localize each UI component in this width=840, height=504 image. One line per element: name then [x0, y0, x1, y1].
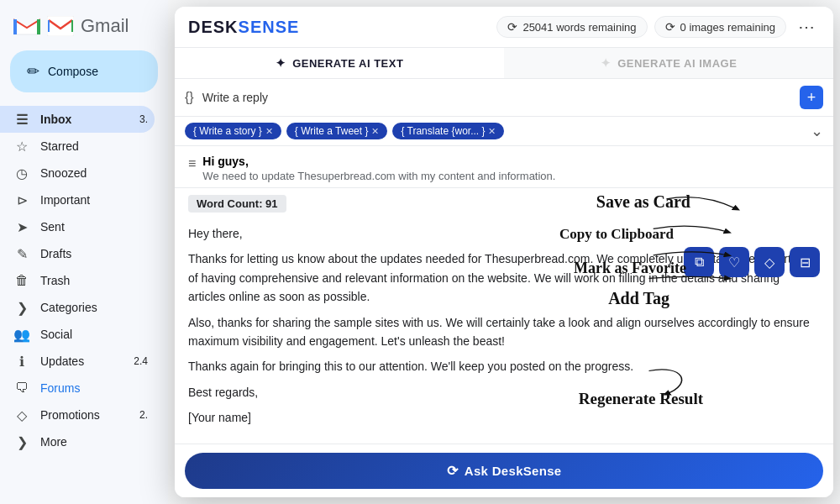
- images-icon: ⟳: [665, 20, 675, 34]
- snoozed-label: Snoozed: [40, 166, 87, 180]
- gen-p4: Thanks again for bringing this to our at…: [188, 357, 820, 375]
- compose-button[interactable]: ✏ Compose: [10, 50, 158, 92]
- sidebar-item-categories[interactable]: ❯ Categories: [0, 294, 155, 321]
- tag-translate-label: { Translate {wor... }: [401, 125, 485, 137]
- generate-image-label: GENERATE AI IMAGE: [617, 57, 737, 70]
- tag-tweet-label: { Write a Tweet }: [295, 125, 369, 137]
- words-icon: ⟳: [507, 20, 517, 34]
- promotions-icon: ◇: [13, 407, 30, 423]
- compose-icon: ✏: [27, 62, 39, 81]
- ask-desksense-button[interactable]: ⟳ Ask DeskSense: [185, 453, 823, 489]
- more-label: More: [40, 435, 67, 449]
- email-preview-header: ≡ Hi guys, We need to update Thesuperbre…: [175, 146, 833, 188]
- social-label: Social: [40, 328, 72, 341]
- word-count-container: Word Count: 91: [175, 188, 833, 219]
- forums-label: Forums: [40, 381, 80, 395]
- hamburger-icon: ≡: [188, 156, 196, 171]
- sent-icon: ➤: [13, 219, 30, 235]
- sidebar-item-important[interactable]: ⊳ Important: [0, 186, 155, 213]
- sidebar-item-social[interactable]: 👥 Social: [0, 321, 155, 348]
- inbox-badge: 3.: [139, 113, 148, 125]
- drafts-label: Drafts: [40, 247, 71, 260]
- sidebar-item-forums[interactable]: 🗨 Forums: [0, 375, 155, 402]
- tag-story-remove[interactable]: ✕: [265, 126, 273, 137]
- ask-icon: ⟳: [447, 463, 458, 479]
- gmail-m-icon: [47, 16, 74, 36]
- promotions-badge: 2.: [139, 409, 148, 421]
- add-prompt-button[interactable]: +: [800, 86, 823, 109]
- modal-header: DESKSENSE ⟳ 25041 words remaining ⟳ 0 im…: [175, 7, 833, 48]
- inbox-label: Inbox: [40, 113, 71, 126]
- gmail-logo: Gmail: [0, 8, 168, 50]
- brand-desk: DESK: [188, 18, 239, 36]
- save-card-button[interactable]: ⊟: [790, 247, 820, 277]
- tag-tweet[interactable]: { Write a Tweet } ✕: [286, 123, 388, 139]
- sent-label: Sent: [40, 220, 65, 234]
- updates-badge: 2.4: [134, 355, 148, 367]
- tab-row: ✦ GENERATE AI TEXT ✦ GENERATE AI IMAGE: [175, 48, 833, 79]
- sidebar-item-promotions[interactable]: ◇ Promotions 2.: [0, 402, 155, 428]
- tag-story[interactable]: { Write a story } ✕: [185, 123, 281, 139]
- gen-p3: Also, thanks for sharing the sample site…: [188, 313, 820, 351]
- forums-icon: 🗨: [13, 381, 30, 396]
- trash-label: Trash: [40, 274, 70, 287]
- drafts-icon: ✎: [13, 246, 30, 262]
- trash-icon: 🗑: [13, 273, 30, 288]
- gmail-logo-text: Gmail: [81, 15, 129, 37]
- header-stats: ⟳ 25041 words remaining ⟳ 0 images remai…: [496, 15, 820, 39]
- word-count-badge: Word Count: 91: [188, 195, 286, 213]
- sidebar-item-more[interactable]: ❯ More: [0, 428, 155, 455]
- images-remaining-badge: ⟳ 0 images remaining: [654, 16, 786, 38]
- social-icon: 👥: [13, 327, 30, 343]
- gmail-logo-icon: [13, 16, 40, 36]
- prompt-row: {} +: [175, 79, 833, 117]
- tags-chevron-icon[interactable]: ⌄: [811, 122, 823, 140]
- email-greeting: Hi guys,: [202, 155, 555, 168]
- snoozed-icon: ◷: [13, 165, 30, 181]
- content-area[interactable]: ≡ Hi guys, We need to update Thesuperbre…: [175, 146, 833, 444]
- mark-favorite-button[interactable]: ♡: [719, 247, 749, 277]
- sidebar-item-snoozed[interactable]: ◷ Snoozed: [0, 160, 155, 186]
- gmail-sidebar: Gmail ✏ Compose ☰ Inbox 3. ☆ Starred ◷ S…: [0, 0, 168, 504]
- tab-generate-image[interactable]: ✦ GENERATE AI IMAGE: [504, 48, 833, 78]
- tags-row: { Write a story } ✕ { Write a Tweet } ✕ …: [175, 117, 833, 146]
- generate-image-icon: ✦: [601, 56, 612, 70]
- categories-icon: ❯: [13, 300, 30, 316]
- important-icon: ⊳: [13, 192, 30, 208]
- prompt-input[interactable]: [202, 91, 791, 104]
- sidebar-item-drafts[interactable]: ✎ Drafts: [0, 240, 155, 267]
- images-remaining-text: 0 images remaining: [680, 21, 775, 34]
- ask-footer: ⟳ Ask DeskSense: [175, 444, 833, 497]
- words-remaining-text: 25041 words remaining: [522, 21, 636, 34]
- email-preview-text: Hi guys, We need to update Thesuperbread…: [202, 155, 555, 182]
- generate-text-icon: ✦: [276, 56, 286, 70]
- main-area: DESKSENSE ⟳ 25041 words remaining ⟳ 0 im…: [168, 0, 840, 504]
- email-subtitle: We need to update Thesuperbread.com with…: [202, 170, 555, 182]
- sidebar-item-inbox[interactable]: ☰ Inbox 3.: [0, 106, 155, 133]
- tag-translate[interactable]: { Translate {wor... } ✕: [392, 123, 504, 139]
- desksense-modal: DESKSENSE ⟳ 25041 words remaining ⟳ 0 im…: [175, 7, 833, 497]
- copy-clipboard-button[interactable]: ⧉: [684, 247, 714, 277]
- tag-story-label: { Write a story }: [193, 125, 262, 137]
- add-tag-button[interactable]: ◇: [754, 247, 785, 277]
- categories-label: Categories: [40, 301, 97, 314]
- tag-tweet-remove[interactable]: ✕: [371, 126, 379, 137]
- sidebar-item-updates[interactable]: ℹ Updates 2.4: [0, 348, 155, 375]
- prompt-curly-icon: {}: [185, 90, 194, 105]
- starred-label: Starred: [40, 139, 79, 153]
- ask-btn-label: Ask DeskSense: [465, 464, 562, 478]
- more-icon: ❯: [13, 434, 30, 450]
- brand-sense: SENSE: [239, 18, 300, 36]
- sidebar-item-sent[interactable]: ➤ Sent: [0, 213, 155, 240]
- sidebar-item-trash[interactable]: 🗑 Trash: [0, 267, 155, 294]
- tag-translate-remove[interactable]: ✕: [488, 126, 496, 137]
- svg-rect-1: [37, 19, 40, 34]
- more-options-button[interactable]: ⋯: [793, 15, 820, 39]
- action-buttons-group: ⧉ ♡ ◇ ⊟: [684, 247, 820, 277]
- compose-label: Compose: [48, 65, 98, 78]
- sidebar-item-starred[interactable]: ☆ Starred: [0, 133, 155, 160]
- gen-p1: Hey there,: [188, 224, 820, 243]
- tab-generate-text[interactable]: ✦ GENERATE AI TEXT: [175, 48, 504, 78]
- svg-rect-0: [13, 19, 17, 34]
- inbox-icon: ☰: [13, 112, 30, 128]
